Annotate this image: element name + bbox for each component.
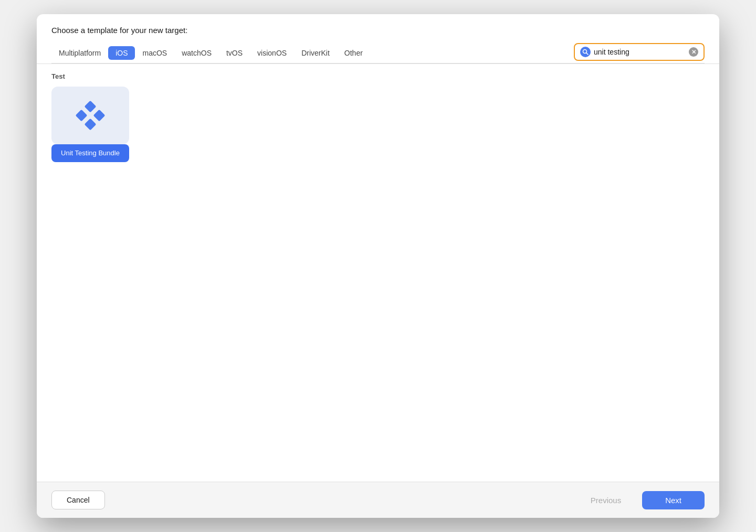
- tab-ios[interactable]: iOS: [108, 46, 135, 60]
- search-input[interactable]: [594, 48, 686, 56]
- unit-testing-bundle-icon: [75, 100, 106, 131]
- templates-grid: Unit Testing Bundle: [51, 87, 705, 162]
- svg-rect-4: [93, 110, 106, 122]
- tab-watchos[interactable]: watchOS: [174, 45, 219, 61]
- search-box[interactable]: ✕: [574, 43, 705, 61]
- search-icon: [580, 47, 591, 57]
- tab-macos[interactable]: macOS: [135, 45, 174, 61]
- template-icon-box: [51, 87, 129, 144]
- tab-visionos[interactable]: visionOS: [250, 45, 294, 61]
- template-item-unit-testing-bundle[interactable]: Unit Testing Bundle: [51, 87, 129, 162]
- next-button[interactable]: Next: [642, 491, 705, 509]
- tab-other[interactable]: Other: [337, 45, 370, 61]
- dialog-footer: Cancel Previous Next: [37, 482, 719, 518]
- toolbar: Multiplatform iOS macOS watchOS tvOS vis…: [51, 43, 705, 63]
- svg-rect-3: [76, 110, 88, 122]
- svg-rect-5: [85, 119, 97, 131]
- footer-right: Previous Next: [576, 491, 705, 509]
- tab-bar: Multiplatform iOS macOS watchOS tvOS vis…: [51, 45, 370, 61]
- tab-multiplatform[interactable]: Multiplatform: [51, 45, 108, 61]
- tab-tvos[interactable]: tvOS: [219, 45, 250, 61]
- template-label: Unit Testing Bundle: [51, 144, 129, 162]
- dialog-header: Choose a template for your new target: M…: [37, 14, 719, 63]
- template-chooser-dialog: Choose a template for your new target: M…: [37, 14, 719, 518]
- svg-line-1: [586, 53, 589, 55]
- tab-driverkit[interactable]: DriverKit: [294, 45, 337, 61]
- dialog-title: Choose a template for your new target:: [51, 26, 705, 35]
- section-label: Test: [51, 72, 705, 80]
- previous-button: Previous: [576, 491, 636, 509]
- clear-search-icon[interactable]: ✕: [689, 47, 698, 57]
- content-area: Test Unit T: [37, 63, 719, 482]
- svg-rect-2: [85, 101, 97, 113]
- cancel-button[interactable]: Cancel: [51, 491, 105, 509]
